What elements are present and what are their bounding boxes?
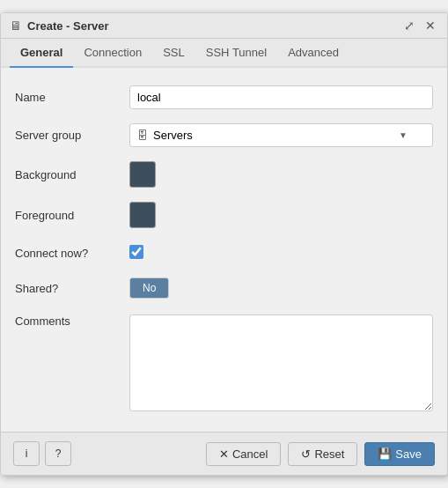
tab-advanced[interactable]: Advanced <box>277 39 349 68</box>
info-icon: i <box>26 447 28 460</box>
title-bar: 🖥 Create - Server ⤢ ✕ <box>1 13 447 39</box>
background-row: Background <box>15 154 433 195</box>
foreground-control <box>129 202 433 228</box>
comments-label: Comments <box>15 314 129 328</box>
comments-control <box>129 314 433 414</box>
connect-now-control <box>129 245 433 262</box>
create-server-dialog: 🖥 Create - Server ⤢ ✕ General Connection… <box>0 12 448 476</box>
info-button[interactable]: i <box>13 441 40 466</box>
server-group-label: Server group <box>15 129 129 142</box>
cancel-icon: ✕ <box>219 447 229 461</box>
shared-no-option[interactable]: No <box>130 278 168 298</box>
tab-ssl[interactable]: SSL <box>152 39 195 68</box>
server-group-select[interactable]: 🗄 Servers ▼ <box>129 123 433 147</box>
reset-button[interactable]: ↺ Reset <box>288 442 357 466</box>
comments-textarea[interactable] <box>129 314 433 411</box>
reset-label: Reset <box>314 447 344 461</box>
title-controls: ⤢ ✕ <box>401 19 438 32</box>
save-icon: 💾 <box>378 447 392 461</box>
name-label: Name <box>15 91 129 104</box>
maximize-button[interactable]: ⤢ <box>401 19 417 32</box>
cancel-button[interactable]: ✕ Cancel <box>206 442 281 466</box>
dialog-title: Create - Server <box>27 19 109 33</box>
server-group-control: 🗄 Servers ▼ <box>129 123 433 147</box>
tab-connection[interactable]: Connection <box>73 39 152 68</box>
background-control <box>129 161 433 188</box>
dialog-icon: 🖥 <box>10 18 22 33</box>
connect-now-label: Connect now? <box>15 247 129 260</box>
connect-now-checkbox[interactable] <box>129 245 143 259</box>
help-button[interactable]: ? <box>45 441 71 466</box>
tab-general[interactable]: General <box>10 39 73 68</box>
save-label: Save <box>395 447 422 461</box>
foreground-label: Foreground <box>15 209 129 222</box>
tab-bar: General Connection SSL SSH Tunnel Advanc… <box>1 39 447 68</box>
tab-ssh-tunnel[interactable]: SSH Tunnel <box>195 39 277 68</box>
name-row: Name <box>15 78 433 116</box>
footer: i ? ✕ Cancel ↺ Reset 💾 Save <box>1 432 447 475</box>
footer-left: i ? <box>13 441 71 466</box>
reset-icon: ↺ <box>301 447 311 461</box>
server-group-value: Servers <box>153 129 193 142</box>
comments-row: Comments <box>15 306 433 421</box>
server-group-row: Server group 🗄 Servers ▼ <box>15 116 433 154</box>
foreground-row: Foreground <box>15 195 433 235</box>
connect-now-row: Connect now? <box>15 235 433 270</box>
shared-control: No <box>129 277 433 299</box>
form-body: Name Server group 🗄 Servers ▼ <box>1 68 447 432</box>
background-label: Background <box>15 168 129 181</box>
footer-right: ✕ Cancel ↺ Reset 💾 Save <box>206 442 435 466</box>
help-icon: ? <box>55 447 62 460</box>
title-left: 🖥 Create - Server <box>10 18 109 33</box>
save-button[interactable]: 💾 Save <box>364 442 435 466</box>
name-control <box>129 85 433 109</box>
background-color-swatch[interactable] <box>129 161 156 188</box>
foreground-color-swatch[interactable] <box>129 202 156 228</box>
close-button[interactable]: ✕ <box>422 19 438 32</box>
shared-row: Shared? No <box>15 270 433 306</box>
server-group-icon: 🗄 <box>137 129 148 142</box>
shared-toggle[interactable]: No <box>129 277 169 299</box>
name-input[interactable] <box>129 85 433 109</box>
cancel-label: Cancel <box>232 447 268 461</box>
select-chevron-icon: ▼ <box>399 130 408 140</box>
shared-label: Shared? <box>15 282 129 295</box>
